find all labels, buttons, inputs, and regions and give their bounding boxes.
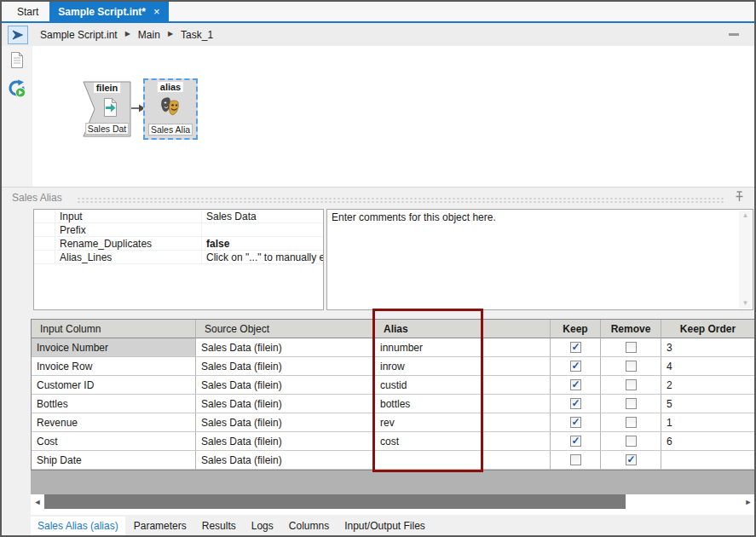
table-row[interactable]: Invoice NumberSales Data (filein)innumbe… <box>32 338 754 357</box>
table-row[interactable]: BottlesSales Data (filein)bottles5 <box>32 395 754 413</box>
property-value[interactable]: false <box>202 237 323 251</box>
cell-keep[interactable] <box>551 338 601 357</box>
scrollbar-thumb[interactable] <box>44 494 626 509</box>
column-header-input-column[interactable]: Input Column <box>32 320 196 338</box>
scroll-up-icon[interactable]: ▲ <box>742 212 749 219</box>
keep-checkbox[interactable] <box>570 361 581 372</box>
keep-checkbox[interactable] <box>570 417 581 428</box>
cell-input-column[interactable]: Invoice Number <box>32 338 196 357</box>
column-header-alias[interactable]: Alias <box>375 320 551 338</box>
cell-remove[interactable] <box>601 338 661 357</box>
cell-source-object[interactable]: Sales Data (filein) <box>196 395 375 413</box>
scroll-left-icon[interactable]: ◄ <box>31 498 44 506</box>
cell-remove[interactable] <box>601 432 661 451</box>
property-value[interactable]: Sales Data <box>202 210 323 223</box>
breadcrumb-item[interactable]: Task_1 <box>181 29 213 41</box>
cell-keep[interactable] <box>551 451 601 470</box>
keep-checkbox[interactable] <box>570 342 581 353</box>
property-grid[interactable]: InputSales DataPrefixRename_Duplicatesfa… <box>33 209 324 310</box>
cell-input-column[interactable]: Bottles <box>32 395 196 413</box>
collapse-panel-icon[interactable] <box>729 33 739 36</box>
cell-keep-order[interactable] <box>661 451 754 470</box>
cell-keep-order[interactable]: 5 <box>661 395 754 413</box>
cell-remove[interactable] <box>601 413 661 432</box>
cell-alias[interactable]: innumber <box>375 338 551 357</box>
cell-input-column[interactable]: Revenue <box>32 413 196 432</box>
cell-input-column[interactable]: Customer ID <box>32 376 196 395</box>
column-header-source-object[interactable]: Source Object <box>196 320 375 338</box>
breadcrumb-item[interactable]: Main <box>138 29 160 41</box>
cell-keep-order[interactable]: 1 <box>661 413 754 432</box>
bottom-tab-sales-alias-alias-[interactable]: Sales Alias (alias) <box>31 517 125 535</box>
cell-keep-order[interactable]: 3 <box>661 338 754 357</box>
column-header-keep[interactable]: Keep <box>551 320 601 338</box>
node-filein[interactable]: filein Sales Dat <box>83 81 131 137</box>
cell-alias[interactable]: cost <box>375 432 551 451</box>
cell-keep[interactable] <box>551 432 601 451</box>
cell-keep[interactable] <box>551 376 601 395</box>
horizontal-scrollbar[interactable]: ◄ ► <box>31 494 755 509</box>
cell-source-object[interactable]: Sales Data (filein) <box>196 432 375 451</box>
remove-checkbox[interactable] <box>626 454 637 465</box>
cell-keep[interactable] <box>551 357 601 376</box>
property-value[interactable]: Click on "..." to manually edit the al <box>202 251 323 264</box>
cell-keep-order[interactable]: 4 <box>661 357 754 376</box>
cell-keep-order[interactable]: 6 <box>661 432 754 451</box>
breadcrumb-item[interactable]: Sample Script.int <box>40 29 118 41</box>
scroll-down-icon[interactable]: ▼ <box>742 300 749 307</box>
cell-remove[interactable] <box>601 357 661 376</box>
remove-checkbox[interactable] <box>626 342 637 353</box>
property-value[interactable] <box>202 223 323 237</box>
property-row[interactable]: InputSales Data <box>34 210 323 223</box>
bottom-tab-input-output-files[interactable]: Input/Output Files <box>338 517 432 535</box>
cell-source-object[interactable]: Sales Data (filein) <box>196 376 375 395</box>
cell-input-column[interactable]: Ship Date <box>32 451 196 470</box>
remove-checkbox[interactable] <box>626 398 637 409</box>
tab-start[interactable]: Start <box>6 2 49 21</box>
bottom-tab-columns[interactable]: Columns <box>282 517 336 535</box>
remove-checkbox[interactable] <box>626 361 637 372</box>
cell-remove[interactable] <box>601 395 661 413</box>
table-row[interactable]: RevenueSales Data (filein)rev1 <box>32 413 754 432</box>
keep-checkbox[interactable] <box>570 454 581 465</box>
comments-box[interactable]: Enter comments for this object here. ▲ ▼ <box>326 209 753 310</box>
cell-source-object[interactable]: Sales Data (filein) <box>196 338 375 357</box>
table-row[interactable]: CostSales Data (filein)cost6 <box>32 432 754 451</box>
remove-checkbox[interactable] <box>626 436 637 447</box>
scroll-right-icon[interactable]: ► <box>742 498 755 506</box>
remove-checkbox[interactable] <box>626 417 637 428</box>
cell-remove[interactable] <box>601 451 661 470</box>
comments-scrollbar[interactable]: ▲ ▼ <box>739 211 752 309</box>
script-document-button[interactable] <box>9 51 25 72</box>
bottom-tab-parameters[interactable]: Parameters <box>127 517 193 535</box>
cell-input-column[interactable]: Invoice Row <box>32 357 196 376</box>
column-header-remove[interactable]: Remove <box>601 320 661 338</box>
cell-alias[interactable]: bottles <box>375 395 551 413</box>
keep-checkbox[interactable] <box>570 398 581 409</box>
cell-keep[interactable] <box>551 413 601 432</box>
node-alias[interactable]: alias Sales Alia <box>143 78 198 140</box>
flow-canvas[interactable]: filein Sales Dat alias <box>32 46 754 187</box>
cell-input-column[interactable]: Cost <box>32 432 196 451</box>
property-row[interactable]: Prefix <box>34 223 323 237</box>
property-row[interactable]: Alias_LinesClick on "..." to manually ed… <box>34 251 323 264</box>
close-icon[interactable]: × <box>153 6 160 17</box>
tab-sample-script[interactable]: Sample Script.int* × <box>49 2 168 21</box>
keep-checkbox[interactable] <box>570 436 581 447</box>
table-row[interactable]: Customer IDSales Data (filein)custid2 <box>32 376 754 395</box>
cell-remove[interactable] <box>601 376 661 395</box>
cell-alias[interactable]: inrow <box>375 357 551 376</box>
cell-alias[interactable] <box>375 451 551 470</box>
cell-source-object[interactable]: Sales Data (filein) <box>196 451 375 470</box>
table-row[interactable]: Invoice RowSales Data (filein)inrow4 <box>32 357 754 376</box>
bottom-tab-results[interactable]: Results <box>195 517 243 535</box>
pin-icon[interactable] <box>735 191 744 205</box>
bottom-tab-logs[interactable]: Logs <box>245 517 280 535</box>
cell-alias[interactable]: rev <box>375 413 551 432</box>
run-button[interactable] <box>8 26 28 44</box>
cell-keep-order[interactable]: 2 <box>661 376 754 395</box>
property-row[interactable]: Rename_Duplicatesfalse <box>34 237 323 251</box>
run-history-button[interactable] <box>8 79 26 101</box>
cell-alias[interactable]: custid <box>375 376 551 395</box>
cell-keep[interactable] <box>551 395 601 413</box>
